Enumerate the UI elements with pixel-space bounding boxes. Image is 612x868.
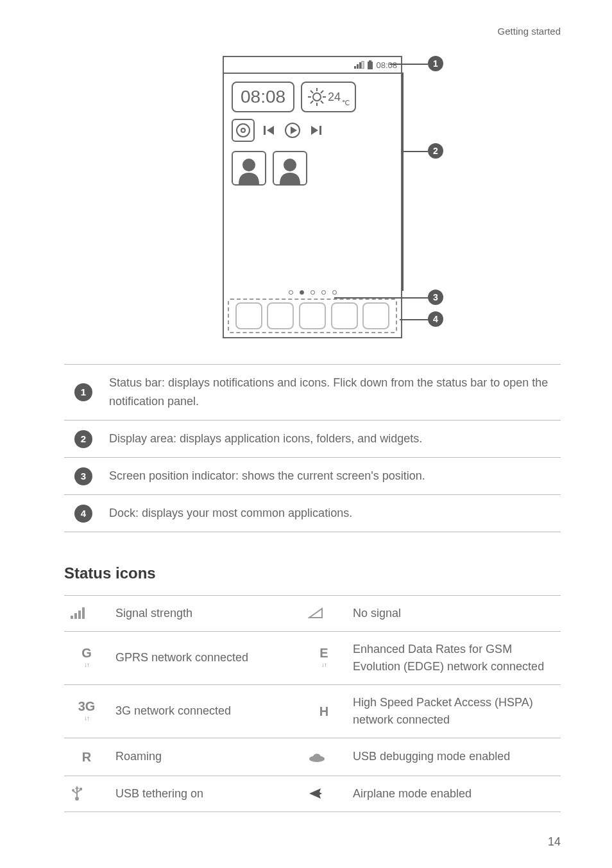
icon-label: Signal strength bbox=[109, 595, 302, 631]
callout-4: 4 bbox=[428, 311, 443, 327]
battery-icon bbox=[367, 60, 373, 69]
legend-text: Screen position indicator: shows the cur… bbox=[103, 457, 561, 494]
weather-temp: 24 bbox=[328, 91, 341, 104]
dock bbox=[228, 299, 397, 333]
status-time: 08:08 bbox=[376, 60, 397, 70]
legend-text: Dock: displays your most common applicat… bbox=[103, 494, 561, 532]
airplane-icon bbox=[308, 786, 340, 801]
svg-rect-27 bbox=[78, 611, 81, 619]
svg-rect-1 bbox=[357, 64, 359, 69]
svg-point-6 bbox=[313, 93, 321, 101]
callout-2: 2 bbox=[428, 143, 443, 159]
page-number: 14 bbox=[548, 835, 561, 849]
legend-text: Status bar: displays notifications and i… bbox=[103, 365, 561, 421]
hspa-icon: H bbox=[319, 702, 328, 721]
svg-point-23 bbox=[242, 159, 255, 171]
svg-rect-5 bbox=[368, 62, 373, 69]
icon-label: No signal bbox=[346, 595, 561, 631]
svg-marker-22 bbox=[311, 126, 318, 135]
svg-marker-35 bbox=[75, 786, 79, 789]
icon-label: 3G network connected bbox=[109, 684, 302, 738]
usb-debug-icon bbox=[308, 751, 340, 763]
icon-label: Roaming bbox=[109, 738, 302, 776]
phone-frame: 08:08 08:08 24 ℃ bbox=[223, 56, 402, 338]
icon-label: USB tethering on bbox=[109, 776, 302, 812]
icon-label: GPRS network connected bbox=[109, 631, 302, 684]
legend-num: 4 bbox=[74, 505, 92, 523]
no-signal-icon bbox=[308, 607, 340, 619]
svg-line-14 bbox=[321, 91, 323, 93]
callout-1: 1 bbox=[428, 56, 443, 71]
icon-label: Airplane mode enabled bbox=[346, 776, 561, 812]
legend-num: 3 bbox=[74, 467, 92, 485]
svg-line-11 bbox=[310, 91, 313, 93]
contact-icon bbox=[273, 151, 307, 186]
page-header: Getting started bbox=[64, 26, 561, 37]
svg-rect-17 bbox=[264, 126, 266, 135]
music-widget bbox=[224, 112, 401, 142]
dock-item bbox=[267, 302, 294, 329]
weather-widget: 24 ℃ bbox=[301, 82, 356, 112]
legend-table: 1 Status bar: displays notifications and… bbox=[64, 364, 561, 532]
roaming-icon: R bbox=[82, 747, 91, 767]
music-disc-icon bbox=[232, 119, 255, 142]
next-icon bbox=[310, 125, 321, 136]
sun-icon bbox=[307, 87, 327, 107]
legend-text: Display area: displays application icons… bbox=[103, 420, 561, 457]
dock-item bbox=[362, 302, 389, 329]
svg-rect-25 bbox=[71, 616, 73, 619]
svg-rect-28 bbox=[82, 607, 85, 619]
home-screen-diagram: 08:08 08:08 24 ℃ bbox=[64, 56, 561, 338]
legend-num: 1 bbox=[74, 383, 92, 401]
contact-icon bbox=[232, 151, 266, 186]
dock-item bbox=[331, 302, 358, 329]
svg-point-24 bbox=[284, 159, 296, 171]
dock-item bbox=[299, 302, 326, 329]
svg-point-15 bbox=[237, 124, 250, 137]
icon-label: Enhanced Data Rates for GSM Evolution (E… bbox=[346, 631, 561, 684]
signal-icon bbox=[354, 61, 364, 69]
svg-line-12 bbox=[321, 101, 323, 103]
svg-rect-4 bbox=[369, 60, 371, 62]
status-bar: 08:08 bbox=[224, 57, 401, 74]
icon-label: USB debugging mode enabled bbox=[346, 738, 561, 776]
status-icons-table: Signal strength No signal G↓↑ GPRS netwo… bbox=[64, 595, 561, 812]
svg-point-16 bbox=[241, 128, 245, 132]
threeg-icon: 3G↓↑ bbox=[78, 697, 96, 720]
section-heading: Status icons bbox=[64, 564, 561, 582]
svg-rect-2 bbox=[359, 62, 361, 69]
legend-num: 2 bbox=[74, 430, 92, 448]
usb-tether-icon bbox=[71, 786, 103, 801]
svg-marker-20 bbox=[291, 126, 297, 134]
svg-marker-18 bbox=[267, 126, 274, 135]
edge-icon: E↓↑ bbox=[319, 643, 328, 667]
gprs-icon: G↓↑ bbox=[81, 643, 92, 667]
dock-item bbox=[235, 302, 262, 329]
svg-marker-29 bbox=[309, 609, 322, 618]
svg-line-13 bbox=[310, 101, 313, 103]
prev-icon bbox=[264, 125, 275, 136]
svg-rect-26 bbox=[74, 613, 77, 619]
icon-label: High Speed Packet Access (HSPA) network … bbox=[346, 684, 561, 738]
play-icon bbox=[284, 122, 301, 139]
callout-3: 3 bbox=[428, 290, 443, 305]
svg-rect-21 bbox=[319, 126, 321, 135]
svg-point-33 bbox=[72, 789, 74, 792]
clock-widget: 08:08 bbox=[232, 82, 294, 112]
svg-rect-3 bbox=[362, 61, 364, 69]
weather-unit: ℃ bbox=[342, 99, 350, 107]
svg-rect-0 bbox=[354, 66, 356, 69]
svg-rect-34 bbox=[80, 788, 82, 790]
signal-strength-icon bbox=[71, 607, 103, 619]
